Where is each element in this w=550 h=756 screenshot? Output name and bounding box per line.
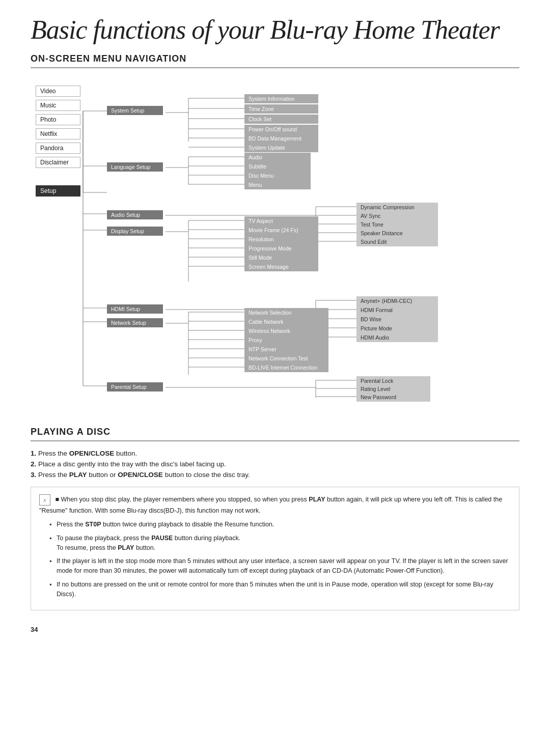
setup-system: System Setup	[107, 106, 163, 115]
menu-item-video[interactable]: Video	[36, 86, 80, 97]
l2-anynet: Anynet+ (HDMI-CEC)	[356, 296, 438, 305]
l2-wireless-net: Wireless Network	[244, 326, 328, 335]
l2-av-sync: AV Sync	[356, 211, 438, 220]
page-number: 34	[31, 626, 519, 633]
l2-bdlive: BD-LIVE Internet Connection	[244, 363, 328, 372]
l2-proxy: Proxy	[244, 335, 328, 345]
l2-net-conn-test: Network Connection Test	[244, 354, 328, 363]
menu-item-photo[interactable]: Photo	[36, 114, 80, 125]
note-stop: ST0P	[85, 521, 101, 528]
note-list: Press the ST0P button twice during playb…	[39, 520, 511, 599]
note-main: x ■ When you stop disc play, the player …	[39, 494, 511, 516]
steps-list: 1. Press the OPEN/CLOSE button. 2. Place…	[31, 450, 519, 479]
l2-dynamic-comp: Dynamic Compression	[356, 203, 438, 212]
step1-openclose: OPEN/CLOSE	[69, 450, 115, 457]
menu-item-music[interactable]: Music	[36, 100, 80, 111]
menu-item-setup[interactable]: Setup	[36, 185, 80, 197]
menu-item-pandora[interactable]: Pandora	[36, 143, 80, 154]
l2-sys-info: System Information	[244, 94, 318, 103]
section1-title: On-Screen Menu Navigation	[31, 53, 519, 68]
section2-title: Playing a Disc	[31, 427, 519, 441]
note-box: x ■ When you stop disc play, the player …	[31, 487, 519, 610]
note-item-1: Press the ST0P button twice during playb…	[49, 520, 511, 529]
page-title: Basic functions of your Blu-ray Home The…	[31, 15, 519, 44]
l2-hdmi-audio: HDMI Audio	[356, 333, 438, 342]
setup-parental: Parental Setup	[107, 382, 163, 391]
l2-cable-net: Cable Network	[244, 317, 328, 326]
menu-item-netflix[interactable]: Netflix	[36, 128, 80, 139]
step2-num: 2.	[31, 460, 36, 468]
l2-still-mode: Still Mode	[244, 253, 318, 262]
setup-audio: Audio Setup	[107, 210, 163, 219]
menu-item-disclaimer[interactable]: Disclaimer	[36, 157, 80, 168]
setup-network: Network Setup	[107, 318, 163, 327]
step3-openclose: OPEN/CLOSE	[118, 471, 163, 479]
note-item-3: If the player is left in the stop mode m…	[49, 556, 511, 576]
step3-num: 3.	[31, 471, 36, 479]
setup-hdmi: HDMI Setup	[107, 304, 163, 314]
l2-time-zone: Time Zone	[244, 104, 318, 114]
note-play2: PLAY	[118, 544, 134, 551]
l2-bd-data: BD Data Management	[244, 134, 318, 143]
l2-test-tone: Test Tone	[356, 220, 438, 229]
step-2: 2. Place a disc gently into the tray wit…	[31, 460, 519, 468]
l2-speaker-dist: Speaker Distance	[356, 229, 438, 238]
step-1: 1. Press the OPEN/CLOSE button.	[31, 450, 519, 457]
setup-language: Language Setup	[107, 162, 163, 172]
playing-disc-section: Playing a Disc 1. Press the OPEN/CLOSE b…	[31, 427, 519, 610]
l2-net-selection: Network Selection	[244, 308, 328, 317]
l2-screen-msg: Screen Message	[244, 262, 318, 271]
l2-bd-wise: BD Wise	[356, 315, 438, 324]
l2-sound-edit: Sound Edit	[356, 237, 438, 246]
l2-prog-mode: Progressive Mode	[244, 244, 318, 253]
l2-audio: Audio	[244, 153, 311, 162]
note-pause: PAUSE	[151, 535, 173, 542]
note-item-4: If no buttons are pressed on the unit or…	[49, 580, 511, 599]
note-play1: PLAY	[309, 496, 325, 503]
l2-sys-update: System Update	[244, 143, 318, 152]
menu-diagram: Video Music Photo Netflix Pandora Discla…	[31, 80, 519, 406]
l2-disc-menu: Disc Menu	[244, 171, 311, 180]
l2-clock-set: Clock Set	[244, 115, 318, 124]
l2-ntp-server: NTP Server	[244, 345, 328, 354]
l2-subtitle: Subtitle	[244, 162, 311, 171]
l2-menu: Menu	[244, 180, 311, 189]
l2-power-sound: Power On/Off sound	[244, 125, 318, 134]
l2-picture-mode: Picture Mode	[356, 324, 438, 333]
l2-movie-frame: Movie Frame (24 Fs)	[244, 226, 318, 235]
l2-resolution: Resolution	[244, 235, 318, 244]
l2-tv-aspect: TV Aspect	[244, 216, 318, 226]
setup-display: Display Setup	[107, 227, 163, 236]
l2-new-password: New Password	[356, 393, 430, 402]
note-icon: x	[39, 494, 50, 506]
l2-hdmi-format: HDMI Format	[356, 305, 438, 315]
step1-num: 1.	[31, 450, 36, 457]
note-item-2: To pause the playback, press the PAUSE b…	[49, 534, 511, 553]
step3-play: PLAY	[69, 471, 87, 479]
step-3: 3. Press the PLAY button or OPEN/CLOSE b…	[31, 471, 519, 479]
